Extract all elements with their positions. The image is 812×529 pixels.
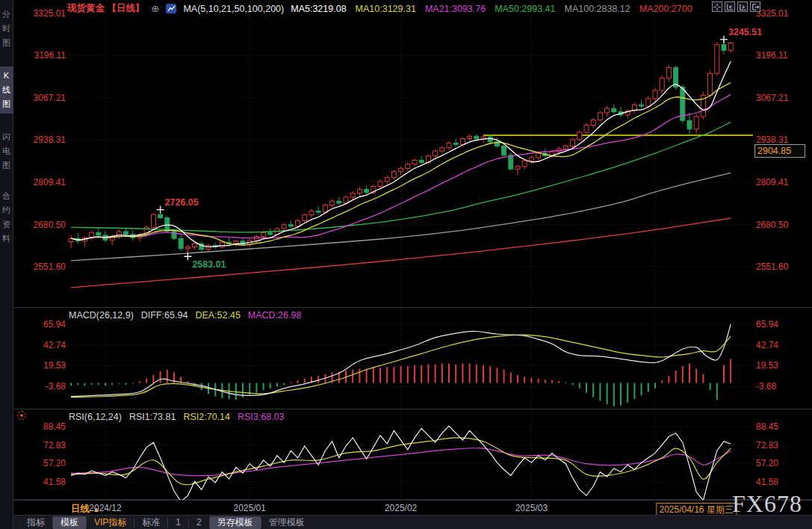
sidebar-tab[interactable]: 闪电图: [0, 130, 13, 173]
toolbar-item[interactable]: 模板: [53, 516, 86, 529]
axis-label: 65.94: [756, 319, 778, 330]
period-tag: 【日线】: [107, 3, 144, 13]
toolbar-item[interactable]: 标准: [134, 516, 167, 529]
ma-settings-label: MA(5,10,21,50,100,200): [183, 4, 284, 14]
candle: [391, 170, 396, 180]
axis-label: 2680.50: [756, 220, 789, 230]
candle: [639, 100, 644, 108]
extreme-cross-marker: [157, 206, 164, 214]
candle: [591, 118, 595, 128]
candle: [728, 41, 733, 52]
compress-axis-icon[interactable]: [725, 1, 735, 12]
indicator-chart-icon[interactable]: [166, 4, 176, 13]
candle: [715, 42, 719, 75]
main-price-pane: [69, 40, 753, 288]
ma-value-label: MA100:2838.12: [565, 4, 630, 14]
watermark-logo: FX678: [732, 490, 802, 518]
candle: [666, 65, 671, 81]
rsi2-value: RSI2:70.14: [183, 412, 230, 423]
axis-label: 2551.60: [756, 262, 789, 272]
expand-axis-icon[interactable]: [737, 1, 748, 12]
ma-value-label: MA50:2993.41: [495, 4, 555, 14]
macd-indicator-title: MACD(26,12,9) DIFF:65.94 DEA:52.45 MACD:…: [69, 310, 301, 321]
candle: [199, 242, 204, 252]
candle: [687, 113, 692, 134]
candle: [447, 141, 451, 150]
candle: [619, 107, 623, 117]
candle: [385, 176, 389, 184]
toolbar-item[interactable]: VIP指标: [87, 516, 134, 529]
macd-dea-value: DEA:52.45: [195, 310, 240, 321]
add-compare-icon[interactable]: ⊕: [151, 3, 159, 14]
axis-label: 72.83: [756, 440, 778, 451]
macd-diff-value: DIFF:65.94: [141, 310, 188, 321]
axis-label: 41.58: [756, 477, 778, 487]
trading-app: 分时图K线图闪电图合约资料 3325.013325.013196.113196.…: [0, 0, 812, 529]
rsi1-value: RSI1:73.81: [129, 412, 176, 423]
ma-value-label: MA21:3093.76: [425, 4, 486, 14]
candle: [75, 233, 80, 244]
axis-label: 3196.11: [756, 50, 788, 61]
extreme-cross-marker: [720, 36, 728, 43]
ma200-line: [71, 218, 731, 288]
axis-label: 57.20: [43, 458, 66, 468]
crosshair-icon[interactable]: [712, 1, 722, 12]
toolbar-item[interactable]: 指标: [19, 516, 52, 529]
date-axis-label: 2024/12: [89, 503, 121, 513]
candle: [378, 179, 382, 188]
candle: [337, 197, 341, 205]
candle: [350, 191, 355, 199]
candle: [330, 199, 335, 208]
chart-type-sidebar: 分时图K线图闪电图合约资料: [0, 0, 13, 529]
exit-fullscreen-icon[interactable]: [750, 1, 760, 12]
candle: [399, 167, 403, 175]
rsi-title-label: RSI(6,12,24): [69, 412, 122, 423]
axis-label: 3325.01: [756, 8, 789, 19]
candle: [694, 114, 698, 134]
bottom-toolbar: 指标模板VIP指标标准12另存模板管理模板: [13, 515, 812, 529]
candle: [605, 106, 610, 117]
indicator-settings-icon[interactable]: [17, 411, 26, 420]
candle: [701, 92, 705, 119]
candle: [612, 104, 616, 114]
axis-label: 19.53: [43, 360, 66, 371]
sidebar-tab[interactable]: 分时图: [0, 7, 13, 50]
date-axis-label: 2025/01: [233, 503, 265, 513]
candle: [303, 213, 307, 223]
candle: [365, 185, 369, 194]
toolbar-item[interactable]: 1: [168, 516, 188, 529]
axis-label: 3067.21: [756, 93, 789, 103]
sidebar-tab[interactable]: 合约资料: [0, 189, 13, 246]
axis-label: 2551.60: [34, 262, 66, 272]
candle: [577, 130, 582, 140]
extreme-price-label: 3245.51: [728, 27, 762, 37]
toolbar-item[interactable]: 另存模板: [210, 516, 261, 529]
candle: [419, 156, 424, 164]
axis-label: 2809.41: [756, 177, 789, 188]
axis-label: 57.20: [756, 458, 778, 468]
symbol-name: 现货黄金: [67, 3, 105, 13]
chart-toolbar-icons: [712, 1, 760, 12]
candle: [206, 244, 211, 251]
candle: [316, 206, 320, 214]
axis-label: 88.45: [756, 421, 778, 432]
candle: [571, 138, 575, 149]
sidebar-tab[interactable]: K线图: [0, 66, 13, 114]
ma-value-label: MA200:2700: [639, 4, 692, 14]
rsi3-value: RSI3:68.03: [238, 412, 285, 423]
symbol-title: 现货黄金 【日线】: [67, 2, 144, 15]
extreme-price-label: 2726.05: [165, 197, 199, 208]
toolbar-item[interactable]: 管理模板: [261, 516, 312, 529]
date-axis-label: 2025/03: [515, 503, 548, 513]
axis-label: 3067.21: [34, 93, 66, 103]
candle: [433, 149, 438, 158]
candle: [529, 155, 533, 164]
macd-histogram: [71, 359, 731, 406]
candle: [179, 234, 183, 251]
toolbar-item[interactable]: 2: [189, 516, 209, 529]
axis-label: 2809.41: [34, 177, 66, 188]
candle: [96, 229, 101, 238]
chart-canvas[interactable]: 3325.013325.013196.113196.113067.213067.…: [0, 0, 812, 529]
price-annotations: 2726.052583.013245.51: [157, 27, 763, 270]
date-axis-label: 2025/02: [385, 503, 417, 513]
